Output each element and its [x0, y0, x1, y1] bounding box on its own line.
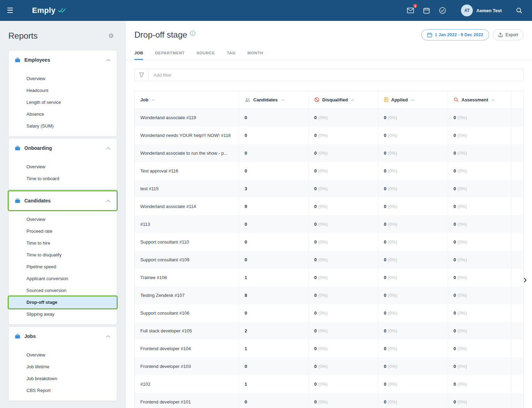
brand-check-icon	[58, 8, 66, 13]
sidebar-item-sourced-conversion[interactable]: Sourced conversion	[9, 285, 117, 297]
briefcase-icon	[15, 57, 20, 62]
table-row[interactable]: Support consultant #11000(0%)0(0%)0(0%)	[135, 233, 524, 251]
sidebar-item-proceed-rate[interactable]: Proceed rate	[9, 225, 117, 237]
cutoff-cell	[511, 126, 524, 144]
calendar-icon	[423, 7, 430, 14]
cutoff-cell	[511, 109, 524, 126]
sidebar-item-overview[interactable]: Overview	[9, 349, 117, 361]
sidebar-item-salary-sum[interactable]: Salary (SUM)	[9, 120, 117, 132]
tab-bar: JOBDEPARTMENTSOURCETAGMONTH	[126, 40, 532, 60]
tab-source[interactable]: SOURCE	[196, 51, 215, 60]
sort-caret-icon	[491, 99, 495, 101]
assessment-cell: 0(0%)	[448, 215, 511, 233]
sort-caret-icon	[411, 99, 414, 101]
table-row[interactable]: Test approval #11600(0%)0(0%)0(0%)	[135, 162, 524, 180]
candidates-cell: 1	[239, 269, 308, 286]
column-header-job[interactable]: Job	[135, 91, 239, 109]
sidebar-section-candidates: CandidatesOverviewProceed rateTime to hi…	[8, 191, 117, 325]
applied-cell: 0(0%)	[378, 162, 448, 180]
sidebar-item-absence[interactable]: Absence	[9, 108, 117, 120]
section-label: Employees	[24, 57, 50, 63]
info-icon[interactable]: i	[190, 31, 195, 36]
table-row[interactable]: #10210(0%)0(0%)0(0%)	[135, 375, 524, 393]
table-row[interactable]: Frontend developer #10410(0%)0(0%)0(0%)	[135, 340, 524, 357]
sidebar-item-drop-off-stage[interactable]: Drop-off stage	[9, 297, 117, 308]
assessment-cell: 0(0%)	[448, 126, 511, 144]
sidebar-item-pipeline-speed[interactable]: Pipeline speed	[9, 261, 117, 273]
messages-button[interactable]: 1	[404, 3, 417, 17]
export-button[interactable]: Export	[493, 29, 524, 40]
sidebar-item-overview[interactable]: Overview	[9, 214, 117, 225]
candidates-cell: 0	[239, 304, 308, 322]
applied-cell: 0(0%)	[378, 126, 448, 144]
brand-logo[interactable]: Emply	[32, 6, 66, 15]
column-header-candidates[interactable]: Candidates	[239, 91, 308, 109]
sidebar-item-overview[interactable]: Overview	[9, 73, 117, 85]
sidebar-item-length-of-service[interactable]: Length of service	[9, 97, 117, 108]
disqualified-cell: 0(0%)	[308, 198, 378, 215]
table-row[interactable]: test #11530(0%)0(0%)0(0%)	[135, 180, 524, 198]
page-title: Drop-off stage	[134, 30, 187, 40]
tab-department[interactable]: DEPARTMENT	[155, 51, 185, 60]
user-menu[interactable]: AT Aemen Test	[461, 5, 502, 16]
settings-gear-button[interactable]: ⚙	[105, 30, 117, 42]
chevron-up-icon	[106, 59, 110, 61]
date-range-button[interactable]: 1 Jan 2022 - 9 Dec 2022	[421, 29, 489, 40]
sidebar-section-jobs: JobsOverviewJob lifetimeJob breakdownCBS…	[8, 326, 117, 401]
sidebar-section-header-onboarding[interactable]: Onboarding	[9, 139, 117, 157]
tab-tag[interactable]: TAG	[227, 51, 235, 60]
table-row[interactable]: Support consultant #10600(0%)0(0%)0(0%)	[135, 304, 524, 322]
applied-cell: 0(0%)	[378, 180, 448, 198]
search-button[interactable]	[512, 3, 526, 17]
table-row[interactable]: Wonderland associate to run the show - p…	[135, 144, 524, 162]
sidebar-item-cbs-report[interactable]: CBS Report	[9, 385, 117, 397]
table-row[interactable]: Support consultant #10900(0%)0(0%)0(0%)	[135, 251, 524, 269]
calendar-button[interactable]	[420, 3, 433, 17]
sidebar-item-slipping-away[interactable]: Slipping away	[9, 308, 117, 320]
sidebar-item-headcount[interactable]: Headcount	[9, 85, 117, 97]
sidebar-section-header-jobs[interactable]: Jobs	[9, 327, 117, 346]
candidates-cell: 1	[239, 375, 308, 393]
filter-input[interactable]	[149, 72, 523, 78]
cutoff-cell	[511, 215, 524, 233]
sidebar-item-time-to-disqualify[interactable]: Time to disqualify	[9, 249, 117, 261]
sidebar-item-overview[interactable]: Overview	[9, 161, 117, 173]
column-header-applied[interactable]: Applied	[378, 91, 448, 109]
table-row[interactable]: Frontend developer #10100(0%)0(0%)0(0%)	[135, 393, 524, 408]
menu-icon[interactable]: ☰	[0, 0, 20, 21]
sidebar-item-job-lifetime[interactable]: Job lifetime	[9, 361, 117, 373]
scroll-right-chevron[interactable]: ›	[520, 272, 530, 286]
table-row[interactable]: Testing Zendesk #10780(0%)0(0%)0(0%)	[135, 286, 524, 304]
table-row[interactable]: Wonderland associate #11490(0%)0(0%)0(0%…	[135, 198, 524, 215]
candidates-cell: 0	[239, 393, 308, 408]
tasks-button[interactable]	[436, 3, 449, 17]
tab-job[interactable]: JOB	[134, 51, 143, 60]
candidates-cell: 0	[239, 357, 308, 375]
table-row[interactable]: Frontend developer #10300(0%)0(0%)0(0%)	[135, 357, 524, 375]
column-header-assessment[interactable]: Assessment	[448, 91, 511, 109]
job-cell: Support consultant #106	[135, 304, 239, 322]
column-header-cutoff	[511, 91, 524, 109]
table-row[interactable]: #11300(0%)0(0%)0(0%)	[135, 215, 524, 233]
disqualified-cell: 0(0%)	[308, 233, 378, 251]
table-row[interactable]: Wonderland needs YOUR help!!! NOW! #1180…	[135, 126, 524, 144]
sidebar-section-header-employees[interactable]: Employees	[9, 51, 117, 69]
candidates-cell: 0	[239, 109, 308, 126]
cutoff-cell	[511, 304, 524, 322]
tab-month[interactable]: MONTH	[248, 51, 263, 60]
column-header-disqualified[interactable]: Disqualified	[308, 91, 378, 109]
sidebar-item-job-breakdown[interactable]: Job breakdown	[9, 373, 117, 385]
disqualified-cell: 0(0%)	[308, 215, 378, 233]
sort-caret-icon	[351, 99, 354, 101]
table-row[interactable]: Wonderland associate #11900(0%)0(0%)0(0%…	[135, 109, 524, 126]
disqualified-cell: 0(0%)	[308, 144, 378, 162]
table-row[interactable]: Trainee #10810(0%)0(0%)0(0%)	[135, 269, 524, 286]
sidebar-item-applicant-conversion[interactable]: Applicant conversion	[9, 273, 117, 285]
briefcase-icon	[15, 198, 20, 203]
sidebar-item-time-to-onboard[interactable]: Time to onboard	[9, 173, 117, 185]
report-table: JobCandidatesDisqualifiedAppliedAssessme…	[134, 91, 524, 408]
sidebar-section-header-candidates[interactable]: Candidates	[9, 191, 117, 210]
cutoff-cell	[511, 393, 524, 408]
table-row[interactable]: Full stack developer #10520(0%)0(0%)0(0%…	[135, 322, 524, 340]
sidebar-item-time-to-hire[interactable]: Time to hire	[9, 237, 117, 249]
